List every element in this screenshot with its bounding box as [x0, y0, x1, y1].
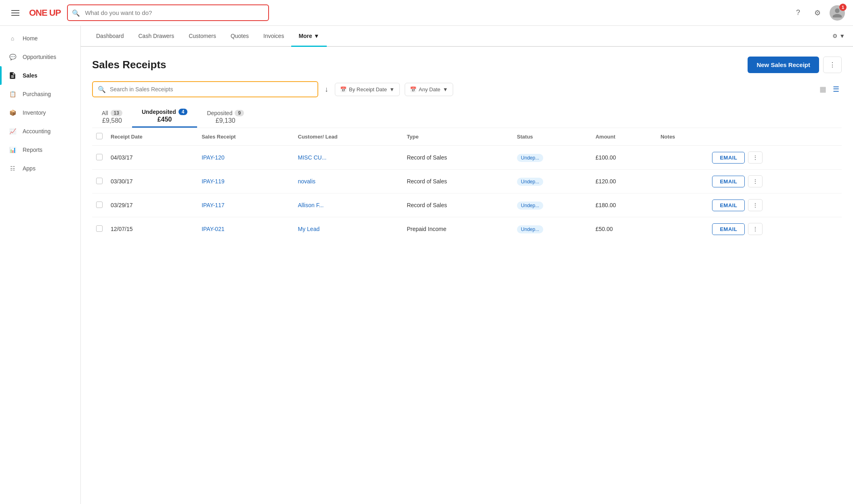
row-notes-2	[656, 193, 708, 217]
col-customer-lead: Customer/ Lead	[294, 128, 403, 146]
row-checkbox-cell	[92, 217, 107, 241]
email-button-3[interactable]: EMAIL	[712, 223, 745, 235]
chart-icon: 📈	[8, 127, 17, 136]
tab-quotes[interactable]: Quotes	[223, 26, 256, 47]
row-receipt-3[interactable]: IPAY-021	[197, 217, 294, 241]
logo: ONE UP	[29, 8, 61, 18]
row-more-button-3[interactable]: ⋮	[748, 223, 763, 235]
row-checkbox-3[interactable]	[96, 225, 103, 232]
row-customer-3[interactable]: My Lead	[294, 217, 403, 241]
tab-undeposited-label: Undeposited	[142, 109, 176, 115]
row-checkbox-cell	[92, 193, 107, 217]
sidebar-label-purchasing: Purchasing	[23, 91, 51, 97]
tab-undeposited[interactable]: Undeposited 4 £450	[132, 105, 197, 128]
content-area: Dashboard Cash Drawers Customers Quotes …	[81, 26, 853, 504]
row-type-2: Record of Sales	[403, 193, 513, 217]
page-header: Sales Receipts New Sales Receipt ⋮	[92, 57, 842, 73]
select-all-checkbox[interactable]	[96, 133, 103, 139]
list-view-button[interactable]: ☰	[830, 82, 842, 96]
row-customer-0[interactable]: MISC CU...	[294, 146, 403, 170]
page-content: Sales Receipts New Sales Receipt ⋮ 🔍 ↓	[81, 47, 853, 504]
logo-up: UP	[47, 8, 61, 18]
ellipsis-icon: ⋮	[829, 61, 836, 69]
row-notes-0	[656, 146, 708, 170]
row-status-3: Undep...	[513, 217, 592, 241]
row-checkbox-cell	[92, 146, 107, 170]
sidebar-label-apps: Apps	[23, 165, 36, 172]
row-checkbox-0[interactable]	[96, 154, 103, 160]
grid-view-button[interactable]: ▦	[817, 82, 829, 96]
sidebar-item-sales[interactable]: Sales	[0, 66, 80, 85]
sidebar-item-purchasing[interactable]: 📋 Purchasing	[0, 85, 80, 103]
row-receipt-1[interactable]: IPAY-119	[197, 170, 294, 193]
row-date-3: 12/07/15	[107, 217, 197, 241]
chevron-down-icon: ▼	[314, 33, 319, 39]
col-status: Status	[513, 128, 592, 146]
sidebar-item-reports[interactable]: 📊 Reports	[0, 141, 80, 159]
row-amount-1: £120.00	[591, 170, 656, 193]
col-sales-receipt: Sales Receipt	[197, 128, 294, 146]
row-status-1: Undep...	[513, 170, 592, 193]
date-range-filter[interactable]: 📅 Any Date ▼	[405, 83, 453, 96]
avatar-wrap[interactable]: 1	[830, 5, 845, 21]
tab-deposited[interactable]: Deposited 9 £9,130	[197, 107, 254, 128]
new-sales-receipt-button[interactable]: New Sales Receipt	[748, 57, 819, 73]
search-input-wrap: 🔍	[92, 81, 318, 97]
row-type-3: Prepaid Income	[403, 217, 513, 241]
menu-button[interactable]	[8, 7, 23, 19]
email-button-2[interactable]: EMAIL	[712, 200, 745, 211]
global-search-input[interactable]	[67, 4, 269, 21]
top-bar-right: ? ⚙ 1	[791, 5, 845, 21]
sidebar-item-accounting[interactable]: 📈 Accounting	[0, 122, 80, 141]
hamburger-icon	[11, 10, 19, 16]
row-type-0: Record of Sales	[403, 146, 513, 170]
table-row: 03/29/17 IPAY-117 Allison F... Record of…	[92, 193, 842, 217]
row-date-1: 03/30/17	[107, 170, 197, 193]
chat-icon: 💬	[8, 52, 17, 61]
sidebar-item-opportunities[interactable]: 💬 Opportunities	[0, 48, 80, 66]
tab-dashboard[interactable]: Dashboard	[89, 26, 131, 47]
email-button-0[interactable]: EMAIL	[712, 152, 745, 164]
tab-all[interactable]: All 13 £9,580	[92, 107, 132, 128]
receipts-search-input[interactable]	[93, 82, 317, 97]
page-title: Sales Receipts	[92, 59, 166, 71]
help-button[interactable]: ?	[791, 6, 805, 20]
col-type: Type	[403, 128, 513, 146]
settings-tab[interactable]: ⚙ ▼	[832, 33, 845, 39]
row-checkbox-2[interactable]	[96, 202, 103, 208]
table-row: 03/30/17 IPAY-119 novalis Record of Sale…	[92, 170, 842, 193]
sidebar-item-inventory[interactable]: 📦 Inventory	[0, 103, 80, 122]
view-toggle: ▦ ☰	[817, 82, 842, 96]
col-actions	[708, 128, 842, 146]
row-receipt-0[interactable]: IPAY-120	[197, 146, 294, 170]
tab-more[interactable]: More ▼	[291, 26, 326, 47]
tab-cash-drawers[interactable]: Cash Drawers	[131, 26, 182, 47]
nav-tabs: Dashboard Cash Drawers Customers Quotes …	[81, 26, 853, 47]
row-notes-1	[656, 170, 708, 193]
sidebar-label-sales: Sales	[23, 72, 38, 79]
settings-button[interactable]: ⚙	[810, 6, 825, 20]
row-customer-1[interactable]: novalis	[294, 170, 403, 193]
col-receipt-date: Receipt Date	[107, 128, 197, 146]
more-options-button[interactable]: ⋮	[823, 57, 842, 73]
bar-chart-icon: 📊	[8, 145, 17, 154]
tab-all-count: 13	[111, 110, 122, 116]
receipt-date-filter[interactable]: 📅 By Receipt Date ▼	[335, 83, 400, 96]
row-more-button-0[interactable]: ⋮	[748, 151, 763, 164]
tab-deposited-label-row: Deposited 9	[207, 110, 244, 116]
row-more-button-1[interactable]: ⋮	[748, 175, 763, 187]
row-receipt-2[interactable]: IPAY-117	[197, 193, 294, 217]
tab-all-label: All	[102, 110, 108, 116]
chevron-down-icon: ▼	[839, 33, 845, 39]
home-icon: ⌂	[8, 34, 17, 43]
tab-invoices[interactable]: Invoices	[256, 26, 291, 47]
sort-direction-button[interactable]: ↓	[323, 84, 330, 95]
sidebar-item-apps[interactable]: ☷ Apps	[0, 159, 80, 178]
sidebar-item-home[interactable]: ⌂ Home	[0, 29, 80, 48]
sidebar-label-opportunities: Opportunities	[23, 54, 56, 60]
row-more-button-2[interactable]: ⋮	[748, 199, 763, 211]
row-customer-2[interactable]: Allison F...	[294, 193, 403, 217]
email-button-1[interactable]: EMAIL	[712, 176, 745, 187]
row-checkbox-1[interactable]	[96, 178, 103, 184]
tab-customers[interactable]: Customers	[181, 26, 223, 47]
